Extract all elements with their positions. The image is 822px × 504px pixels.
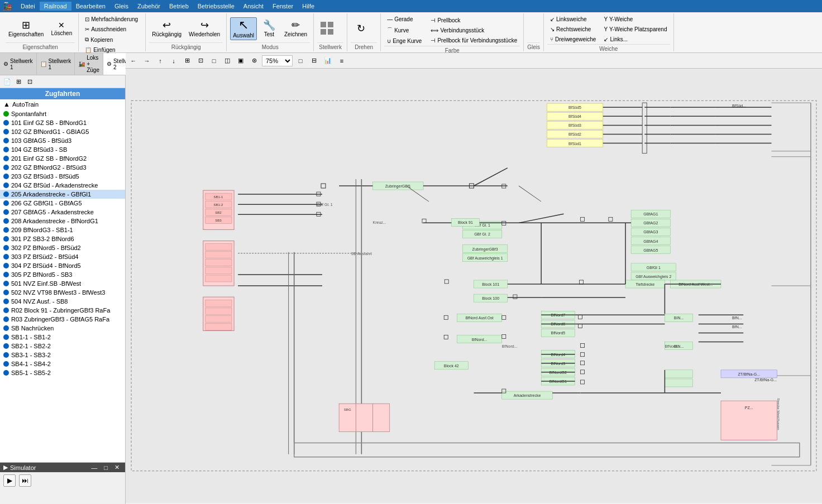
y-weiche-platz-button[interactable]: Y Y-Weiche Platzsparend bbox=[601, 25, 670, 34]
route-101[interactable]: 101 Einf GZ SB - BfNordG1 bbox=[0, 118, 125, 127]
route-sb3-dot bbox=[3, 352, 9, 358]
sim-minimize-button[interactable]: — bbox=[89, 464, 99, 471]
sim-close-button[interactable]: ✕ bbox=[112, 464, 122, 471]
ausschneiden-button[interactable]: ✂ Ausschneiden bbox=[82, 25, 129, 34]
route-301[interactable]: 301 PZ SB3-2 BfNord6 bbox=[0, 234, 125, 243]
links-extra-button[interactable]: ↙ Links... bbox=[601, 35, 670, 44]
route-206[interactable]: 206 GZ GBfGl1 - GBfAG5 bbox=[0, 199, 125, 208]
menu-ansicht[interactable]: Ansicht bbox=[239, 2, 268, 11]
route-207[interactable]: 207 GBfAG5 - Arkadenstrecke bbox=[0, 208, 125, 217]
menu-betrieb[interactable]: Betrieb bbox=[165, 2, 193, 11]
route-204[interactable]: 204 GZ BfSüd - Arkadenstrecke bbox=[0, 181, 125, 190]
tab-loks[interactable]: 🚂 Loks + Züge bbox=[75, 53, 103, 75]
stellwerk-tools-button[interactable] bbox=[317, 20, 337, 37]
zoom-chart-button[interactable]: 📊 bbox=[322, 55, 334, 66]
menu-fenster[interactable]: Fenster bbox=[268, 2, 298, 11]
svg-text:Block 100: Block 100 bbox=[482, 296, 499, 300]
gerade-button[interactable]: — Gerade bbox=[384, 15, 424, 24]
canvas-down-button[interactable]: ↓ bbox=[168, 55, 179, 66]
route-104[interactable]: 104 GZ BfSüd3 - SB bbox=[0, 145, 125, 154]
sim-step-button[interactable]: ⏭ bbox=[19, 474, 31, 487]
rueckgaengig-button[interactable]: ↩ Rückgängig bbox=[149, 18, 184, 39]
menu-datei[interactable]: Datei bbox=[16, 2, 40, 11]
zoom-fit-button[interactable]: □ bbox=[295, 55, 306, 66]
route-501[interactable]: 501 NVZ Einf.SB -BfWest bbox=[0, 279, 125, 288]
route-209[interactable]: 209 BfNordG3 - SB1-1 bbox=[0, 225, 125, 234]
enge-kurve-button[interactable]: ∪ Enge Kurve bbox=[384, 36, 424, 46]
kurve-button[interactable]: ⌒ Kurve bbox=[384, 25, 424, 36]
menu-railroad[interactable]: Railroad bbox=[40, 2, 71, 11]
canvas-settings-button[interactable]: ⊛ bbox=[248, 55, 260, 66]
zoom-list-button[interactable]: ≡ bbox=[336, 55, 347, 66]
kopieren-button[interactable]: ⧉ Kopieren bbox=[82, 35, 116, 45]
route-305[interactable]: 305 PZ BfNord5 - SB3 bbox=[0, 270, 125, 279]
route-sb-nachr[interactable]: SB Nachrücken bbox=[0, 324, 125, 333]
wiederholen-button[interactable]: ↪ Wiederholen bbox=[186, 18, 223, 39]
route-502[interactable]: 502 NVZ VT98 BfWest3 - BfWest3 bbox=[0, 288, 125, 297]
sim-play-button[interactable]: ▶ bbox=[3, 474, 16, 487]
auswahl-button[interactable]: ↖ Auswahl bbox=[230, 17, 257, 40]
route-sb4[interactable]: SB4-1 - SB4-2 bbox=[0, 359, 125, 368]
rechtsweiche-button[interactable]: ↘ Rechtsweiche bbox=[547, 25, 599, 34]
app-logo: 🚂 bbox=[2, 2, 12, 11]
route-302[interactable]: 302 PZ BfNord5 - BfSüd2 bbox=[0, 243, 125, 252]
track-canvas[interactable]: BfSüd5 BfSüd4 BfSüd3 BfSüd2 BfSüd1 bbox=[126, 69, 822, 503]
mehrfachaenderung-button[interactable]: ⊡ Mehrfachänderung bbox=[82, 15, 141, 24]
tab-stellwerk1[interactable]: ⚙ Stellwerk 1 bbox=[0, 53, 37, 75]
svg-text:SB1-1: SB1-1 bbox=[214, 195, 223, 199]
route-r02[interactable]: R02 Block 91 - ZubringerGBf3 RaFa bbox=[0, 306, 125, 315]
dreiwegeweiche-button[interactable]: ⑂ Dreiwegeweiche bbox=[547, 35, 599, 44]
test-button[interactable]: 🔧 Test bbox=[259, 18, 280, 39]
svg-text:GBf Ausweichgleis 2: GBf Ausweichgleis 2 bbox=[635, 275, 671, 279]
canvas-back-button[interactable]: ← bbox=[128, 55, 139, 66]
canvas-fwd-button[interactable]: → bbox=[141, 55, 152, 66]
canvas-fit-button[interactable]: □ bbox=[208, 55, 219, 66]
route-r03[interactable]: R03 ZubringerGBf3 - GBfAG5 RaFa bbox=[0, 315, 125, 324]
route-303[interactable]: 303 PZ BfSüd2 - BfSüd4 bbox=[0, 252, 125, 261]
zeichnen-button[interactable]: ✏ Zeichnen bbox=[281, 18, 310, 39]
route-spontan[interactable]: Spontanfahrt bbox=[0, 109, 125, 118]
route-list[interactable]: ▲ AutoTrain Spontanfahrt 101 Einf GZ SB … bbox=[0, 99, 125, 503]
prellbock-verbindung-button[interactable]: ⊣ Prellbock für Verbindungsstücke bbox=[428, 36, 520, 45]
route-304[interactable]: 304 PZ BfSüd4 - BfNord5 bbox=[0, 261, 125, 270]
canvas-up-button[interactable]: ↑ bbox=[155, 55, 166, 66]
tab-stellwerk1b[interactable]: 📋 Stellwerk 1 bbox=[37, 53, 75, 75]
sim-restore-button[interactable]: □ bbox=[102, 464, 110, 471]
route-202[interactable]: 202 GZ BfNordG2 - BfSüd3 bbox=[0, 163, 125, 172]
menu-zubehoer[interactable]: Zubehör bbox=[133, 2, 165, 11]
route-sb5[interactable]: SB5-1 - SB5-2 bbox=[0, 368, 125, 377]
route-103[interactable]: 103 GBfAG5 - BfSüd3 bbox=[0, 136, 125, 145]
menu-hilfe[interactable]: Hilfe bbox=[298, 2, 319, 11]
prellbock-button[interactable]: ⊣ Prellbock bbox=[428, 16, 520, 25]
menu-betriebsstelle[interactable]: Betriebsstelle bbox=[193, 2, 239, 11]
canvas-overlay-button[interactable]: ▣ bbox=[235, 55, 246, 66]
canvas-grid-button[interactable]: ⊞ bbox=[181, 55, 193, 66]
route-205[interactable]: 205 Arkadenstrecke - GBfGl1 bbox=[0, 190, 125, 199]
route-102[interactable]: 102 GZ BfNordG1 - GBIAG5 bbox=[0, 127, 125, 136]
menu-gleis[interactable]: Gleis bbox=[110, 2, 133, 11]
linksweiche-button[interactable]: ↙ Linksweiche bbox=[547, 15, 599, 24]
y-weiche-button[interactable]: Y Y-Weiche bbox=[601, 15, 670, 24]
route-203[interactable]: 203 GZ BfSüd3 - BfSüd5 bbox=[0, 172, 125, 181]
tool-grid[interactable]: ⊞ bbox=[13, 76, 23, 87]
tool-snap[interactable]: ⊡ bbox=[25, 76, 35, 87]
route-autotrain[interactable]: ▲ AutoTrain bbox=[0, 99, 125, 109]
svg-rect-63 bbox=[206, 300, 232, 306]
weiche-label: Weiche bbox=[547, 44, 670, 52]
route-504[interactable]: 504 NVZ Ausf. - SB8 bbox=[0, 297, 125, 306]
route-sb2[interactable]: SB2-1 - SB2-2 bbox=[0, 342, 125, 351]
route-sb3[interactable]: SB3-1 - SB3-2 bbox=[0, 351, 125, 359]
zoom-select[interactable]: 25% 50% 75% 100% 150% 200% bbox=[262, 55, 293, 66]
route-sb1[interactable]: SB1-1 - SB1-2 bbox=[0, 333, 125, 342]
loeschen-button[interactable]: ✕ Löschen bbox=[48, 20, 75, 38]
canvas-split-button[interactable]: ◫ bbox=[222, 55, 233, 66]
eigenschaften-button[interactable]: ⊞ Eigenschaften bbox=[6, 18, 46, 39]
verbindungsstueck-button[interactable]: ⟺ Verbindungsstück bbox=[428, 26, 520, 35]
menu-bearbeiten[interactable]: Bearbeiten bbox=[71, 2, 110, 11]
canvas-snap-button[interactable]: ⊡ bbox=[195, 55, 206, 66]
route-201[interactable]: 201 Einf GZ SB - BfNordG2 bbox=[0, 154, 125, 163]
zoom-pages-button[interactable]: ⊟ bbox=[308, 55, 319, 66]
route-208[interactable]: 208 Arkadenstrecke - BfNordG1 bbox=[0, 217, 125, 225]
drehen-button[interactable]: ↻ bbox=[351, 22, 371, 35]
tool-new[interactable]: 📄 bbox=[2, 76, 12, 87]
